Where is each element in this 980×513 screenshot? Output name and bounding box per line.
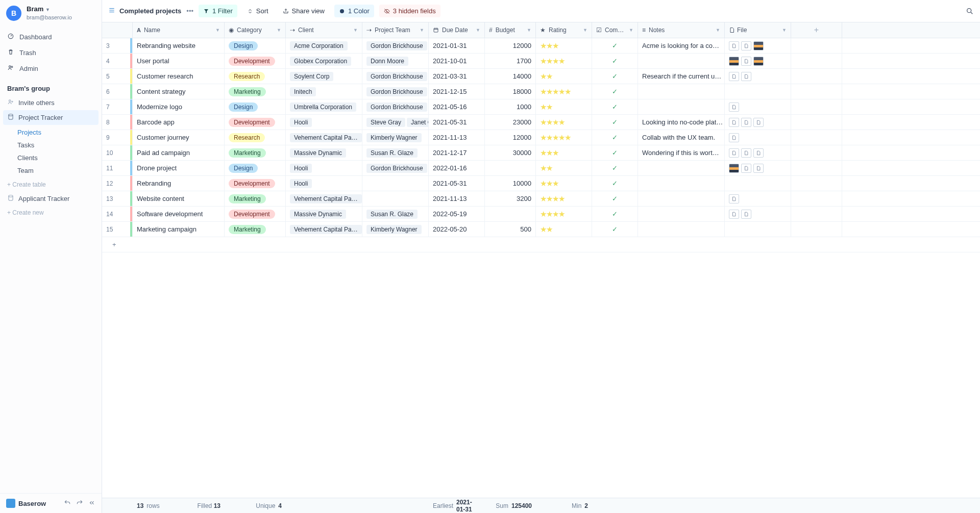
table-clients[interactable]: Clients (0, 151, 102, 164)
cell-category[interactable]: Marketing (225, 222, 286, 237)
file-thumb[interactable] (729, 133, 739, 142)
cell-rating[interactable]: ★★ (536, 161, 592, 175)
table-row[interactable]: 15Marketing campaignMarketingVehement Ca… (102, 222, 980, 237)
file-thumb[interactable] (729, 118, 739, 127)
file-thumb[interactable] (729, 102, 739, 112)
row-index[interactable]: 8 (102, 115, 133, 130)
col-due[interactable]: Due Date▼ (429, 22, 485, 38)
table-row[interactable]: 4User portalDevelopmentGlobex Corporatio… (102, 54, 980, 69)
cell-client[interactable]: Massive Dynamic (286, 145, 362, 160)
table-row[interactable]: 8Barcode appDevelopmentHooliSteve GrayJa… (102, 115, 980, 130)
cell-rating[interactable]: ★★★ (536, 145, 592, 160)
cell-due[interactable]: 2021-01-31 (429, 38, 485, 53)
cell-notes[interactable] (638, 207, 725, 221)
cell-rating[interactable]: ★★ (536, 222, 592, 237)
file-thumb[interactable] (741, 148, 751, 158)
cell-category[interactable]: Research (225, 130, 286, 145)
cell-completed[interactable]: ✓ (592, 176, 638, 191)
cell-rating[interactable]: ★★ (536, 99, 592, 114)
file-thumb[interactable] (753, 41, 764, 50)
search-icon[interactable] (966, 7, 974, 15)
row-index[interactable]: 13 (102, 191, 133, 206)
cell-team[interactable]: Susan R. Glaze (362, 207, 429, 221)
cell-due[interactable]: 2021-05-31 (429, 176, 485, 191)
redo-icon[interactable] (76, 499, 83, 508)
cell-name[interactable]: Modernize logo (133, 99, 225, 114)
cell-file[interactable] (725, 222, 791, 237)
cell-team[interactable]: Gordon Brickhouse (362, 84, 429, 99)
cell-name[interactable]: Drone project (133, 161, 225, 175)
chevron-down-icon[interactable]: ▼ (277, 28, 281, 33)
create-table[interactable]: + Create table (0, 178, 102, 191)
cell-budget[interactable]: 14000 (485, 69, 536, 84)
view-selector[interactable]: Completed projects (108, 7, 181, 15)
nav-trash[interactable]: Trash (0, 45, 102, 61)
cell-due[interactable]: 2021-10-01 (429, 54, 485, 68)
cell-category[interactable]: Marketing (225, 191, 286, 206)
cell-notes[interactable] (638, 99, 725, 114)
cell-file[interactable] (725, 207, 791, 221)
cell-due[interactable]: 2021-05-16 (429, 99, 485, 114)
user-header[interactable]: B Bram ▼ bram@baserow.io (0, 0, 102, 26)
cell-rating[interactable]: ★★★★ (536, 191, 592, 206)
cell-budget[interactable]: 3200 (485, 191, 536, 206)
table-row[interactable]: 9Customer journeyResearchVehement Capita… (102, 130, 980, 145)
col-completed[interactable]: ☑Com…▼ (592, 22, 638, 38)
cell-category[interactable]: Design (225, 161, 286, 175)
database-applicant-tracker[interactable]: Applicant Tracker (0, 191, 102, 206)
cell-due[interactable]: 2022-05-20 (429, 222, 485, 237)
cell-client[interactable]: Hooli (286, 115, 362, 130)
chevron-down-icon[interactable]: ▼ (476, 28, 480, 33)
file-thumb[interactable] (729, 41, 739, 50)
cell-completed[interactable]: ✓ (592, 115, 638, 130)
table-row[interactable]: 3Rebranding websiteDesignAcme Corporatio… (102, 38, 980, 54)
cell-file[interactable] (725, 115, 791, 130)
view-options-icon[interactable]: ••• (186, 7, 193, 15)
row-index[interactable]: 5 (102, 69, 133, 84)
stat-rows[interactable]: 13rowsFilled 13 (133, 502, 225, 509)
cell-budget[interactable]: 1000 (485, 99, 536, 114)
cell-rating[interactable]: ★★★ (536, 176, 592, 191)
cell-client[interactable]: Vehement Capital Pa… (286, 191, 362, 206)
cell-notes[interactable]: Wondering if this is wort… (638, 145, 725, 160)
chevron-down-icon[interactable]: ▼ (583, 28, 587, 33)
file-thumb[interactable] (729, 57, 739, 66)
file-thumb[interactable] (729, 72, 739, 81)
cell-file[interactable] (725, 99, 791, 114)
share-button[interactable]: Share view (278, 5, 329, 17)
chevron-down-icon[interactable]: ▼ (629, 28, 633, 33)
file-thumb[interactable] (753, 57, 764, 66)
cell-name[interactable]: Customer journey (133, 130, 225, 145)
cell-team[interactable]: Gordon Brickhouse (362, 161, 429, 175)
cell-category[interactable]: Marketing (225, 145, 286, 160)
stat-unique[interactable]: Unique4 (225, 502, 286, 509)
file-thumb[interactable] (729, 164, 739, 173)
cell-rating[interactable]: ★★★★★ (536, 130, 592, 145)
cell-team[interactable]: Kimberly Wagner (362, 222, 429, 237)
cell-due[interactable]: 2021-03-31 (429, 69, 485, 84)
cell-rating[interactable]: ★★★★ (536, 115, 592, 130)
create-new[interactable]: + Create new (0, 206, 102, 219)
col-client[interactable]: ⇢Client▼ (286, 22, 362, 38)
cell-completed[interactable]: ✓ (592, 69, 638, 84)
cell-team[interactable] (362, 191, 429, 206)
col-budget[interactable]: #Budget▼ (485, 22, 536, 38)
cell-name[interactable]: Rebranding (133, 176, 225, 191)
chevron-down-icon[interactable]: ▼ (782, 28, 787, 33)
cell-file[interactable] (725, 161, 791, 175)
cell-name[interactable]: User portal (133, 54, 225, 68)
cell-category[interactable]: Development (225, 115, 286, 130)
database-project-tracker[interactable]: Project Tracker (3, 110, 99, 125)
col-rating[interactable]: ★Rating▼ (536, 22, 592, 38)
table-row[interactable]: 13Website contentMarketingVehement Capit… (102, 191, 980, 207)
table-team[interactable]: Team (0, 164, 102, 177)
file-thumb[interactable] (753, 118, 764, 127)
cell-file[interactable] (725, 38, 791, 53)
cell-notes[interactable]: Looking into no-code plat… (638, 115, 725, 130)
cell-category[interactable]: Design (225, 99, 286, 114)
cell-notes[interactable] (638, 222, 725, 237)
cell-notes[interactable] (638, 84, 725, 99)
file-thumb[interactable] (753, 164, 764, 173)
cell-notes[interactable]: Acme is looking for a co… (638, 38, 725, 53)
cell-team[interactable]: Gordon Brickhouse (362, 99, 429, 114)
